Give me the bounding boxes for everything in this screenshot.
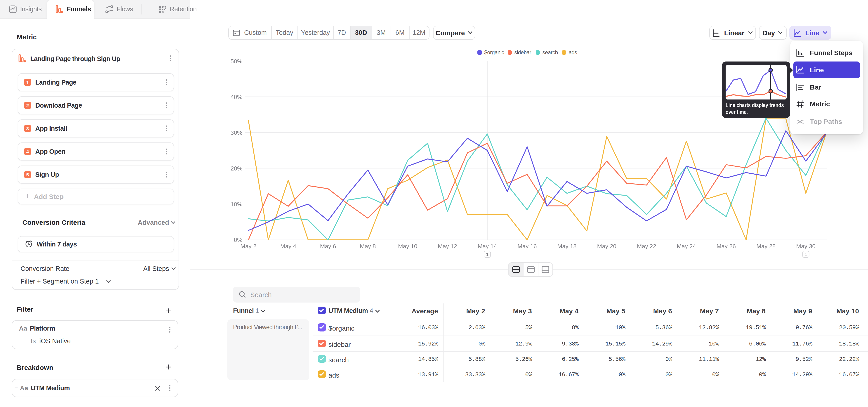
svg-text:10%: 10% <box>230 201 242 208</box>
svg-text:May 16: May 16 <box>518 243 537 250</box>
svg-text:50%: 50% <box>230 58 242 65</box>
svg-text:May 12: May 12 <box>438 243 457 250</box>
svg-text:May 26: May 26 <box>717 243 736 250</box>
svg-text:May 8: May 8 <box>360 243 376 250</box>
svg-text:30%: 30% <box>230 129 242 136</box>
svg-text:1: 1 <box>804 252 807 257</box>
svg-text:May 30: May 30 <box>796 243 815 250</box>
svg-text:May 10: May 10 <box>398 243 417 250</box>
svg-text:1: 1 <box>486 252 489 257</box>
svg-text:May 22: May 22 <box>637 243 656 250</box>
svg-text:May 18: May 18 <box>557 243 577 250</box>
svg-text:40%: 40% <box>230 94 242 100</box>
svg-text:20%: 20% <box>230 165 242 172</box>
svg-text:May 24: May 24 <box>677 243 696 250</box>
svg-text:May 6: May 6 <box>320 243 336 250</box>
svg-text:May 14: May 14 <box>477 243 497 250</box>
svg-text:0%: 0% <box>234 237 242 243</box>
svg-text:May 4: May 4 <box>280 243 296 250</box>
svg-text:May 20: May 20 <box>597 243 616 250</box>
svg-text:May 28: May 28 <box>756 243 776 250</box>
svg-text:May 2: May 2 <box>241 243 256 250</box>
